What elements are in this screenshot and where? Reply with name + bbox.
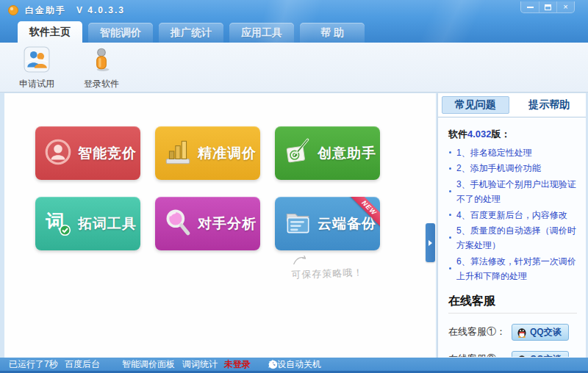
- tile-label: 云端备份: [318, 214, 376, 233]
- chevron-right-icon: [429, 240, 432, 246]
- login-status[interactable]: 未登录: [224, 358, 251, 371]
- auto-shutdown-status[interactable]: 未设自动关机: [268, 358, 278, 371]
- pen-paper-icon: [282, 137, 313, 170]
- bar-chart-icon: [162, 137, 193, 170]
- qq-penguin-icon: [517, 326, 527, 338]
- tile-creative-assistant[interactable]: 创意助手: [275, 126, 380, 180]
- note-text: 可保存策略哦！: [291, 266, 364, 281]
- login-software-button[interactable]: 登录软件: [74, 45, 129, 90]
- main-tabbar: 软件主页 智能调价 推广统计 应用工具 帮 助: [18, 21, 365, 43]
- person-circle-icon: [43, 137, 74, 170]
- magnifier-icon: [162, 207, 193, 241]
- faq-item[interactable]: 1、排名稳定性处理: [448, 145, 577, 160]
- toolbar: 申请试用 登录软件: [0, 43, 588, 93]
- tab-app-tools[interactable]: 应用工具: [229, 23, 294, 43]
- login-software-label: 登录软件: [84, 78, 119, 90]
- help-sidebar: 常见问题 提示帮助 软件4.032版： 1、排名稳定性处理 2、添加手机调价功能…: [437, 93, 586, 358]
- qq-chat-button-1[interactable]: QQ交谈: [512, 324, 569, 341]
- content-area: 智能竞价 精准调价: [0, 93, 588, 358]
- sidebar-body: 软件4.032版： 1、排名稳定性处理 2、添加手机调价功能 3、手机验证个别用…: [438, 117, 586, 357]
- tile-label: 拓词工具: [78, 214, 137, 233]
- runtime-status: 已运行了7秒: [9, 358, 58, 371]
- faq-item[interactable]: 4、百度更新后台，内容修改: [448, 208, 577, 222]
- service-row-2: 在线客服②： QQ交谈: [448, 351, 577, 357]
- tab-smart-pricing[interactable]: 智能调价: [88, 23, 153, 43]
- window-header: 白金助手 V 4.0.3.3 × 软件主页 智能调价 推广统计 应用工具 帮 助: [0, 0, 588, 43]
- maximize-icon: [545, 4, 551, 10]
- tile-cloud-backup[interactable]: 云端备份 NEW: [275, 197, 380, 250]
- tile-precise-pricing[interactable]: 精准调价: [155, 126, 260, 180]
- tile-competitor-analysis[interactable]: 对手分析: [155, 197, 260, 250]
- faq-item[interactable]: 6、算法修改，针对第一次调价上升和下降的处理: [448, 254, 577, 284]
- login-person-icon: [88, 46, 115, 76]
- app-window: 白金助手 V 4.0.3.3 × 软件主页 智能调价 推广统计 应用工具 帮 助: [0, 0, 588, 373]
- word-stats-link[interactable]: 调词统计: [182, 358, 218, 371]
- qq-chat-label: QQ交谈: [530, 353, 562, 357]
- baidu-backend-link[interactable]: 百度后台: [65, 358, 100, 371]
- qq-chat-button-2[interactable]: QQ交谈: [512, 351, 569, 357]
- smart-pricing-panel-link[interactable]: 智能调价面板: [122, 358, 175, 371]
- faq-item[interactable]: 3、手机验证个别用户出现验证不了的处理: [448, 177, 577, 207]
- sidebar-tab-tips[interactable]: 提示帮助: [517, 96, 583, 114]
- window-controls: ×: [520, 1, 575, 13]
- word-check-icon: 词: [43, 207, 74, 241]
- app-logo-icon: [7, 4, 19, 16]
- main-panel: 智能竞价 精准调价: [4, 93, 436, 358]
- service-row-1: 在线客服①： QQ交谈: [448, 324, 577, 341]
- sidebar-collapse-handle[interactable]: [426, 223, 435, 262]
- minimize-button[interactable]: [521, 1, 539, 12]
- faq-item[interactable]: 5、质量度的自动选择（调价时方案处理）: [448, 223, 577, 253]
- tab-software-home[interactable]: 软件主页: [18, 21, 82, 43]
- titlebar[interactable]: 白金助手 V 4.0.3.3 ×: [0, 0, 588, 21]
- tile-label: 创意助手: [318, 144, 376, 163]
- window-title: 白金助手 V 4.0.3.3: [25, 4, 125, 17]
- tab-promo-stats[interactable]: 推广统计: [159, 23, 223, 43]
- sidebar-tabbar: 常见问题 提示帮助: [438, 93, 586, 117]
- qq-penguin-icon: [517, 353, 527, 357]
- cloud-folder-icon: [282, 207, 313, 241]
- tile-label: 精准调价: [198, 144, 257, 163]
- apply-trial-label: 申请试用: [19, 78, 54, 90]
- tab-help[interactable]: 帮 助: [300, 23, 365, 43]
- faq-item[interactable]: 2、添加手机调价功能: [448, 161, 577, 175]
- apply-trial-button[interactable]: 申请试用: [9, 45, 65, 90]
- statusbar: 已运行了7秒 百度后台 智能调价面板 调词统计 未登录 未设自动关机: [0, 358, 588, 371]
- doodle-arrow-icon: [290, 254, 310, 266]
- online-service-header: 在线客服: [448, 294, 577, 314]
- feature-tile-grid: 智能竞价 精准调价: [35, 126, 380, 250]
- maximize-button[interactable]: [539, 1, 556, 12]
- tile-label: 智能竞价: [78, 144, 137, 163]
- minimize-icon: [527, 7, 534, 8]
- close-button[interactable]: ×: [556, 1, 574, 12]
- service-label: 在线客服②：: [448, 352, 512, 357]
- tile-label: 对手分析: [198, 214, 257, 233]
- version-header: 软件4.032版：: [448, 128, 577, 141]
- sidebar-tab-faq[interactable]: 常见问题: [442, 96, 509, 114]
- tile-smart-bidding[interactable]: 智能竞价: [35, 126, 140, 180]
- trial-people-icon: [24, 46, 50, 76]
- tile-word-expansion[interactable]: 词 拓词工具: [35, 197, 140, 250]
- cloud-backup-note: 可保存策略哦！: [290, 252, 363, 281]
- service-label: 在线客服①：: [448, 325, 512, 338]
- auto-shutdown-label: 未设自动关机: [268, 358, 321, 371]
- qq-chat-label: QQ交谈: [530, 326, 562, 338]
- faq-list: 1、排名稳定性处理 2、添加手机调价功能 3、手机验证个别用户出现验证不了的处理…: [448, 145, 577, 284]
